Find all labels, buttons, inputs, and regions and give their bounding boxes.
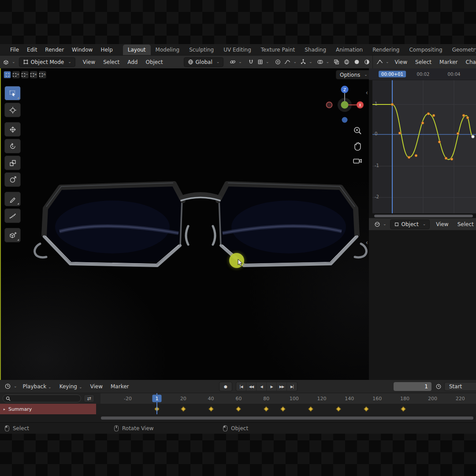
menu-item[interactable]: Render [41, 47, 68, 53]
collapse-region-icon[interactable]: ‹ [365, 89, 368, 96]
tool-transform[interactable] [4, 172, 21, 187]
tool-move[interactable] [4, 122, 21, 137]
keyframe-point[interactable] [398, 132, 401, 134]
tool-annotate[interactable] [4, 192, 21, 206]
keyframe-point[interactable] [408, 156, 410, 159]
current-frame-field[interactable]: 1 [394, 382, 431, 391]
show-overlays-dropdown[interactable]: ⌄ [315, 58, 331, 66]
select-mode-invert-button[interactable]: × [30, 71, 37, 78]
keyframe-point[interactable] [415, 154, 417, 157]
select-mode-new-button[interactable] [4, 71, 11, 78]
filter-invert-button[interactable]: ⇄ [84, 394, 94, 402]
tool-add-cube[interactable] [4, 228, 21, 242]
pan-hand-icon[interactable] [355, 142, 361, 150]
menu-item[interactable]: Window [68, 47, 97, 53]
keyframe-point[interactable] [421, 122, 424, 124]
workspace-tab[interactable]: Compositing [404, 45, 447, 55]
keyframe-point[interactable] [445, 157, 447, 160]
editor-type-graph-button[interactable]: ⌄ [375, 58, 391, 67]
shading-material-button[interactable] [362, 58, 372, 66]
viewport-menu-item[interactable]: Object [141, 59, 167, 65]
timeline-keyframe-diamond[interactable] [336, 406, 341, 411]
scrollbar-thumb[interactable] [101, 416, 473, 420]
axis-gizmo[interactable]: Z X [327, 86, 364, 123]
timeline-scrollbar[interactable] [0, 414, 476, 422]
next-keyframe-button[interactable]: ▶▶ [277, 382, 287, 391]
workspace-tab[interactable]: Geometry Nodes [447, 45, 476, 55]
workspace-tab[interactable]: Sculpting [184, 45, 219, 55]
play-reverse-button[interactable]: ◀ [257, 382, 267, 391]
start-frame-field[interactable]: Start [444, 382, 476, 391]
object-panel-menu-item[interactable]: View [431, 221, 453, 227]
tool-measure[interactable] [4, 208, 21, 223]
play-button[interactable]: ▶ [267, 382, 277, 391]
timeline-popover[interactable]: Playback⌄ [19, 383, 56, 390]
tool-cursor[interactable] [4, 103, 21, 117]
selected-keyframe-point[interactable] [472, 135, 475, 138]
use-preview-range-toggle[interactable] [434, 382, 443, 391]
pivot-point-dropdown[interactable]: ⌄ [228, 58, 244, 66]
summary-channel-row[interactable]: ▸ Summary [0, 404, 96, 414]
viewport-menu-item[interactable]: View [79, 59, 99, 65]
camera-view-icon[interactable] [353, 159, 361, 163]
keyframe-point[interactable] [462, 114, 465, 117]
keyframe-point[interactable] [427, 112, 430, 115]
menu-item[interactable]: Help [97, 47, 116, 53]
mode-dropdown[interactable]: Object Mode ⌄ [19, 57, 75, 67]
timeline-keyframe-diamond[interactable] [308, 406, 313, 411]
viewport-menu-item[interactable]: Add [123, 59, 141, 65]
editor-type-properties-button[interactable]: ⌄ [372, 220, 388, 229]
object-selector-dropdown[interactable]: Object ⌄ [390, 219, 430, 229]
snap-settings-dropdown[interactable]: ⌄ [256, 58, 271, 66]
tool-scale[interactable] [4, 156, 21, 170]
select-mode-extend-button[interactable]: + [12, 71, 20, 78]
select-mode-intersect-button[interactable]: ∩ [39, 71, 46, 78]
keyframe-point[interactable] [466, 116, 469, 119]
shading-wireframe-button[interactable] [342, 58, 351, 66]
jump-to-end-button[interactable]: ▶| [287, 382, 297, 391]
current-frame-chip[interactable]: 1 [152, 395, 162, 402]
workspace-tab[interactable]: Texture Paint [256, 45, 300, 55]
workspace-tab[interactable]: Modeling [151, 45, 185, 55]
proportional-editing-toggle[interactable] [273, 58, 283, 66]
proportional-falloff-dropdown[interactable]: ⌄ [283, 58, 298, 66]
graph-current-frame-chip[interactable]: 00:00+01 [379, 71, 406, 78]
workspace-tab[interactable]: Shading [300, 45, 331, 55]
toggle-xray-button[interactable] [332, 58, 341, 66]
axis-neg-x-ball[interactable] [327, 102, 332, 108]
menu-item[interactable]: Edit [23, 47, 41, 53]
tool-rotate[interactable] [4, 139, 21, 153]
timeline-keyframe-diamond[interactable] [181, 406, 186, 411]
editor-type-timeline-button[interactable]: ⌄ [3, 382, 19, 391]
jump-to-start-button[interactable]: |◀ [236, 382, 246, 391]
keyframe-point[interactable] [438, 141, 441, 143]
graph-menu-item[interactable]: Marker [435, 59, 461, 65]
graph-menu-item[interactable]: View [391, 59, 411, 65]
select-mode-subtract-button[interactable]: − [21, 71, 29, 78]
graph-menu-item[interactable]: Select [411, 59, 435, 65]
timeline-keyframe-diamond[interactable] [401, 406, 406, 411]
graph-time-ruler[interactable]: 00:00+0100:0200:04 [369, 68, 476, 80]
workspace-tab[interactable]: Rendering [368, 45, 404, 55]
timeline-keyframe-diamond[interactable] [364, 406, 368, 411]
timeline-keyframe-diamond[interactable] [208, 406, 213, 411]
timeline-keyframe-diamond[interactable] [280, 406, 285, 411]
axis-y-ball[interactable] [341, 101, 349, 109]
collapse-region-icon[interactable]: ‹ [365, 239, 368, 245]
graph-horizontal-scrollbar[interactable] [372, 214, 476, 218]
show-gizmo-dropdown[interactable]: ⌄ [298, 58, 314, 66]
workspace-tab[interactable]: UV Editing [219, 45, 256, 55]
transform-orientation-dropdown[interactable]: Global ⌄ [184, 57, 224, 67]
keyframe-point[interactable] [450, 158, 453, 160]
channel-search-input[interactable] [3, 394, 81, 402]
auto-keying-toggle[interactable]: ● [219, 382, 232, 391]
options-dropdown[interactable]: Options ⌄ [336, 70, 369, 79]
timeline-menu-item[interactable]: Marker [107, 383, 133, 390]
keyframe-point[interactable] [391, 103, 394, 106]
axis-neg-z-ball[interactable] [342, 117, 348, 123]
zoom-icon[interactable] [354, 127, 361, 134]
prev-keyframe-button[interactable]: ◀◀ [246, 382, 257, 391]
keyframe-point[interactable] [457, 132, 459, 135]
timeline-popover[interactable]: Keying⌄ [56, 383, 86, 390]
glasses-model[interactable] [33, 178, 368, 289]
